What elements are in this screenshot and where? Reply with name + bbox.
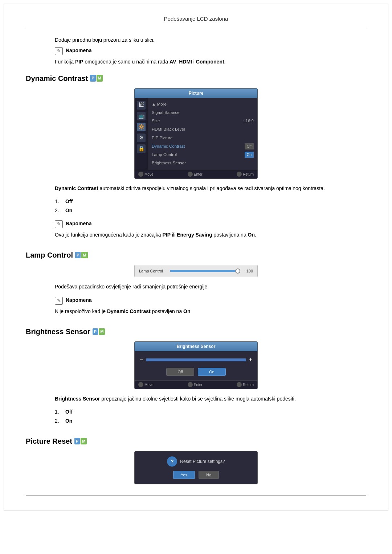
- menu-item-dynamic-contrast[interactable]: Dynamic Contrast Off: [152, 142, 254, 151]
- badge-p: P: [90, 75, 95, 82]
- pr-no-button[interactable]: No: [199, 471, 219, 479]
- lamp-control-mockup: Lamp Control 100: [134, 265, 258, 278]
- intro-note-label: Napomena: [66, 47, 92, 54]
- dynamic-contrast-heading: Dynamic Contrast P M: [26, 73, 366, 84]
- menu-icons: 🖼 📺 🔆 ⚙ 🔒: [135, 98, 148, 170]
- lamp-control-note-box: ✎ Napomena: [55, 296, 366, 305]
- menu-item-lamp-control[interactable]: Lamp Control On: [152, 151, 254, 159]
- dynamic-contrast-list: 1. Off 2. On: [55, 198, 366, 214]
- bs-body: − + Off On: [135, 351, 257, 380]
- brightness-sensor-mockup: Brightness Sensor − + Off On Move: [134, 341, 258, 389]
- badge-p-bs: P: [93, 328, 98, 335]
- intro-text: Dodaje prirodnu boju prozoru za sliku u …: [55, 36, 366, 44]
- menu-item-hdmi[interactable]: HDMI Black Level: [152, 125, 254, 134]
- menu-icon-2: 📺: [137, 112, 146, 120]
- dynamic-contrast-note-box: ✎ Napomena: [55, 220, 366, 228]
- bs-on-button[interactable]: On: [198, 368, 226, 376]
- picture-reset-badges: P M: [74, 438, 87, 445]
- note-icon-3: ✎: [55, 297, 63, 305]
- lamp-control-section: Lamp Control P M Lamp Control 100 Podeša…: [26, 250, 366, 315]
- menu-items-list: ▲ More Signal Balance Size: 16:9 HDMI Bl…: [148, 98, 257, 170]
- intro-note-text: Funkcija PIP omogućena je samo u načinim…: [55, 58, 366, 66]
- bottom-rule: [26, 495, 366, 496]
- dynamic-contrast-badges: P M: [90, 75, 103, 82]
- bs-title: Brightness Sensor: [135, 342, 257, 351]
- picture-menu-mockup: Picture 🖼 📺 🔆 ⚙ 🔒 ▲ More Signal Balance: [134, 88, 258, 179]
- badge-m-lamp: M: [81, 252, 87, 259]
- menu-title: Picture: [135, 89, 257, 98]
- bs-minus-button[interactable]: −: [140, 356, 143, 364]
- pr-dialog-text: Reset Picture settings?: [180, 458, 225, 465]
- dynamic-contrast-description: Dynamic Contrast automatski otkriva rasp…: [55, 184, 366, 192]
- dynamic-contrast-note-label: Napomena: [66, 220, 92, 227]
- menu-item-signal-balance[interactable]: Signal Balance: [152, 108, 254, 117]
- lamp-label: Lamp Control: [139, 268, 166, 274]
- brightness-sensor-list: 1. Off 2. On: [55, 408, 366, 425]
- brightness-sensor-section: Brightness Sensor P M Brightness Sensor …: [26, 326, 366, 425]
- lamp-slider-fill: [170, 270, 240, 272]
- intro-note-box: ✎ Napomena: [55, 47, 366, 55]
- menu-item-brightness-sensor[interactable]: Brightness Sensor: [152, 159, 254, 167]
- badge-m-pr: M: [81, 438, 87, 445]
- footer-return: Return: [237, 172, 254, 177]
- list-item: 2. On: [55, 207, 366, 214]
- menu-icon-1: 🖼: [137, 101, 146, 110]
- note-icon-2: ✎: [55, 220, 63, 228]
- footer-move: Move: [138, 172, 153, 177]
- bs-buttons-row: Off On: [140, 368, 252, 376]
- picture-reset-heading: Picture Reset P M: [26, 436, 366, 447]
- brightness-sensor-description: Brightness Sensor prepoznaje jačinu okol…: [55, 395, 366, 403]
- bs-footer-return: Return: [237, 382, 254, 387]
- pr-buttons: Yes No: [142, 471, 250, 479]
- lamp-control-heading: Lamp Control P M: [26, 250, 366, 260]
- brightness-sensor-badges: P M: [93, 328, 105, 335]
- lamp-slider-value: 100: [244, 268, 253, 274]
- menu-icon-4: ⚙: [137, 134, 146, 142]
- badge-p-pr: P: [74, 438, 80, 445]
- pr-yes-button[interactable]: Yes: [173, 471, 195, 479]
- footer-enter: Enter: [188, 172, 203, 177]
- lamp-control-badges: P M: [75, 252, 88, 259]
- picture-reset-section: Picture Reset P M ? Reset Picture settin…: [26, 436, 366, 484]
- page-title: Podešavanje LCD zaslona: [26, 15, 366, 27]
- menu-item-size[interactable]: Size: 16:9: [152, 117, 254, 125]
- bs-slider-row: − +: [140, 356, 252, 364]
- lamp-control-note-label: Napomena: [66, 296, 92, 304]
- bs-slider-track[interactable]: [146, 358, 246, 361]
- bs-off-button[interactable]: Off: [166, 368, 194, 376]
- note-icon: ✎: [55, 47, 63, 55]
- bs-footer: Move Enter Return: [135, 380, 257, 389]
- list-item-bs-2: 2. On: [55, 417, 366, 425]
- dynamic-contrast-section: Dynamic Contrast P M Picture 🖼 📺 🔆 ⚙ 🔒: [26, 73, 366, 239]
- bs-footer-enter: Enter: [188, 382, 203, 387]
- menu-body: 🖼 📺 🔆 ⚙ 🔒 ▲ More Signal Balance Size: 16…: [135, 98, 257, 170]
- list-item-bs-1: 1. Off: [55, 408, 366, 416]
- lamp-slider-thumb[interactable]: [235, 268, 240, 274]
- bs-footer-move: Move: [138, 382, 153, 387]
- menu-item-pip[interactable]: PIP Picture: [152, 134, 254, 142]
- badge-m-bs: M: [99, 328, 105, 335]
- bs-plus-button[interactable]: +: [249, 356, 252, 364]
- pr-icon-row: ? Reset Picture settings?: [142, 456, 250, 467]
- dynamic-contrast-note-text: Ova je funkcija onemogućena kada je znač…: [55, 231, 366, 239]
- badge-p-lamp: P: [75, 252, 81, 259]
- menu-item-more[interactable]: ▲ More: [152, 100, 254, 108]
- picture-reset-mockup: ? Reset Picture settings? Yes No: [134, 451, 258, 484]
- menu-footer: Move Enter Return: [135, 170, 257, 178]
- lamp-control-description: Podešava pozadinsko osvjetljenje radi sm…: [55, 283, 366, 291]
- lamp-slider-track[interactable]: [170, 270, 240, 272]
- brightness-sensor-heading: Brightness Sensor P M: [26, 326, 366, 337]
- lamp-control-note-text: Nije raspoloživo kad je Dynamic Contrast…: [55, 308, 366, 315]
- menu-icon-5: 🔒: [137, 144, 146, 153]
- badge-m: M: [97, 75, 103, 82]
- menu-icon-3[interactable]: 🔆: [137, 123, 146, 131]
- list-item: 1. Off: [55, 198, 366, 205]
- pr-icon: ?: [167, 456, 177, 467]
